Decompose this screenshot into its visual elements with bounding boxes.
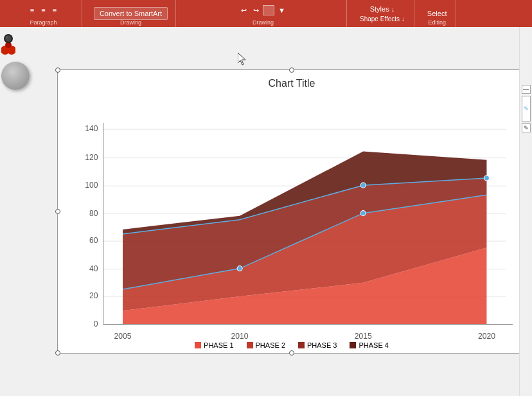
legend-phase3: PHASE 3	[298, 341, 337, 349]
chart-legend: PHASE 1 PHASE 2 PHASE 3 PHASE 4	[58, 341, 526, 349]
slide-area: Chart Title	[0, 27, 532, 396]
handle-tm[interactable]	[289, 68, 294, 73]
handle-bm[interactable]	[289, 350, 294, 356]
svg-text:120: 120	[85, 153, 98, 162]
right-panel: — ✎ ✎	[519, 27, 532, 396]
svg-text:80: 80	[89, 209, 98, 218]
phase3-point-2020	[484, 176, 489, 181]
shape-arrow2-btn[interactable]: ↪	[251, 5, 262, 16]
svg-text:2020: 2020	[478, 332, 495, 341]
svg-text:2010: 2010	[231, 332, 249, 341]
molecule-icon	[1, 32, 15, 58]
shape-dropdown-btn[interactable]: ▼	[276, 5, 288, 16]
legend-phase3-color	[298, 342, 305, 348]
legend-phase1: PHASE 1	[195, 341, 233, 349]
shape-sample-icon	[263, 5, 274, 15]
drawing-label: Drawing	[120, 19, 141, 26]
svg-text:60: 60	[89, 236, 98, 245]
ribbon-bar: ≡ ≡ ≡ Paragraph Convert to SmartArt Draw…	[0, 0, 532, 27]
convert-section: Convert to SmartArt Drawing	[86, 0, 176, 27]
right-btn-3[interactable]: ✎	[522, 123, 531, 132]
list-btn-1[interactable]: ≡	[28, 5, 37, 15]
phase2-point-2015	[360, 211, 366, 216]
styles-section: Styles ↓ Shape Effects ↓	[351, 0, 414, 27]
main-area: Chart Title	[0, 27, 532, 396]
paragraph-label: Paragraph	[30, 19, 57, 26]
shape-arrow-btn[interactable]: ↩	[238, 5, 249, 16]
shape-effects-btn[interactable]: Shape Effects ↓	[357, 14, 407, 24]
legend-phase2: PHASE 2	[247, 341, 285, 349]
legend-phase1-label: PHASE 1	[204, 341, 233, 349]
svg-point-4	[5, 35, 12, 42]
chart-box[interactable]: Chart Title	[57, 69, 526, 354]
handle-ml[interactable]	[55, 209, 60, 214]
list-btn-2[interactable]: ≡	[39, 5, 48, 15]
svg-text:20: 20	[89, 291, 98, 300]
select-section: Select Editing	[418, 0, 457, 27]
gray-sphere-icon	[1, 62, 30, 90]
phase3-point-2015	[360, 183, 366, 188]
svg-text:0: 0	[94, 320, 98, 328]
left-icons-area	[1, 32, 30, 90]
chart-svg: 0 20 40 60 80 100 120 140 2005 2010 2015…	[58, 92, 526, 375]
legend-phase1-color	[195, 342, 201, 348]
legend-phase4: PHASE 4	[350, 341, 388, 349]
legend-phase3-label: PHASE 3	[307, 341, 337, 349]
legend-phase2-label: PHASE 2	[256, 341, 285, 349]
legend-phase4-color	[350, 342, 356, 348]
svg-text:140: 140	[85, 124, 98, 133]
legend-phase2-color	[247, 342, 253, 348]
phase2-point-2010	[237, 266, 242, 271]
drawing-section: ↩ ↪ ▼ Drawing	[180, 0, 347, 27]
editing-label: Editing	[428, 19, 446, 26]
paragraph-section: ≡ ≡ ≡ Paragraph	[5, 0, 82, 27]
chart-title[interactable]: Chart Title	[58, 70, 526, 92]
svg-text:2015: 2015	[355, 332, 372, 341]
handle-bl[interactable]	[55, 350, 60, 356]
list-btn-3[interactable]: ≡	[50, 5, 59, 15]
select-btn[interactable]: Select	[425, 8, 450, 19]
styles-btn[interactable]: Styles ↓	[368, 4, 398, 14]
convert-smartart-btn[interactable]: Convert to SmartArt	[94, 7, 168, 20]
right-btn-2[interactable]: ✎	[522, 96, 531, 122]
legend-phase4-label: PHASE 4	[359, 341, 388, 349]
drawing-tools-label: Drawing	[253, 19, 274, 26]
svg-point-5	[6, 36, 8, 39]
handle-tl[interactable]	[55, 68, 60, 73]
svg-text:2005: 2005	[114, 332, 132, 341]
svg-text:40: 40	[89, 264, 98, 273]
right-btn-1[interactable]: —	[522, 85, 531, 94]
svg-text:100: 100	[85, 181, 98, 190]
